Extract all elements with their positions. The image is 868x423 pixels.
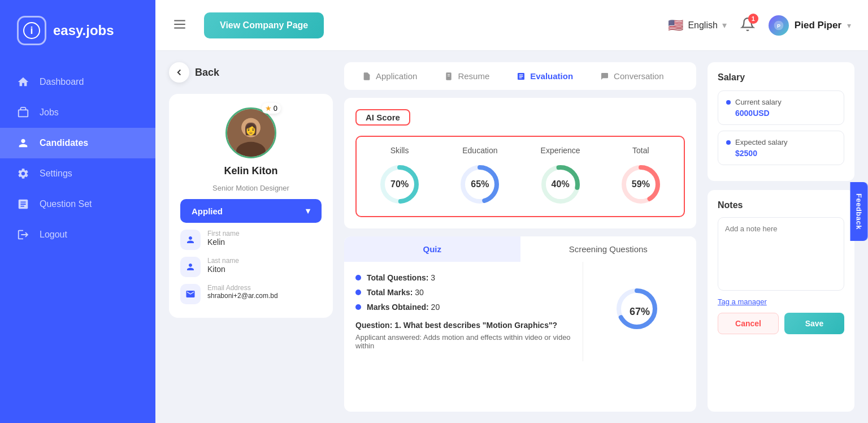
- marks-obtained-item: Marks Obtained: 20: [355, 303, 571, 312]
- sidebar-label-question-set: Question Set: [40, 199, 92, 209]
- screening-tab[interactable]: Screening Questions: [520, 236, 697, 262]
- status-label: Applied: [192, 206, 223, 216]
- quiz-score-donut: 67%: [614, 286, 665, 337]
- sidebar-item-settings[interactable]: Settings: [0, 158, 155, 189]
- notes-textarea[interactable]: [718, 217, 844, 291]
- quiz-tab[interactable]: Quiz: [344, 236, 520, 262]
- total-label: Total: [632, 146, 649, 155]
- quiz-stats: Total Questions: 3 Total Marks: 30: [355, 273, 571, 312]
- total-donut: 59%: [618, 162, 663, 207]
- hamburger-menu[interactable]: [172, 17, 187, 34]
- quiz-screening-tabs: Quiz Screening Questions: [344, 236, 696, 262]
- company-name: Pied Piper: [795, 20, 841, 31]
- bullet-dot-2: [355, 290, 361, 295]
- sidebar-item-dashboard[interactable]: Dashboard: [0, 67, 155, 97]
- star-count: 0: [274, 104, 277, 113]
- ai-score-title: AI Score: [355, 109, 410, 126]
- feedback-tab[interactable]: Feedback: [850, 182, 868, 241]
- save-button[interactable]: Save: [784, 313, 844, 334]
- quiz-content: Total Questions: 3 Total Marks: 30: [344, 262, 696, 361]
- sidebar-item-question-set[interactable]: Question Set: [0, 189, 155, 219]
- current-salary-dot: [726, 100, 731, 105]
- person-icon-2: [180, 257, 201, 277]
- first-name-value: Kelin: [207, 238, 240, 247]
- avatar-wrapper: 👩 ★ 0: [225, 107, 276, 158]
- current-salary-value: 6000USD: [735, 109, 836, 118]
- total-questions-text: Total Questions: 3: [367, 273, 435, 282]
- sidebar-item-candidates[interactable]: Candidates: [0, 128, 155, 158]
- status-chevron-icon: ▾: [306, 206, 310, 216]
- cancel-button[interactable]: Cancel: [718, 313, 779, 334]
- sidebar-label-logout: Logout: [40, 230, 67, 240]
- sidebar-nav: Dashboard Jobs Candidates Settings Quest…: [0, 67, 155, 250]
- app-name: easy.jobs: [53, 23, 114, 38]
- notification-bell[interactable]: 1: [740, 17, 755, 34]
- quiz-score-text: 67%: [630, 306, 650, 318]
- lang-chevron-icon: ▾: [722, 20, 727, 31]
- svg-rect-12: [446, 72, 452, 80]
- notes-card: Notes Tag a manager Cancel Save: [708, 190, 854, 412]
- sidebar-item-logout[interactable]: Logout: [0, 219, 155, 250]
- right-panel: Salary Current salary 6000USD Expected s…: [708, 62, 854, 412]
- email-value: shraboni+2@ar.com.bd: [207, 292, 278, 300]
- avatar: 👩: [225, 107, 276, 158]
- education-value: 65%: [471, 179, 489, 189]
- tab-conversation-label: Conversation: [614, 71, 663, 81]
- view-company-button[interactable]: View Company Page: [204, 12, 324, 38]
- education-label: Education: [462, 146, 497, 155]
- salary-title: Salary: [718, 72, 844, 83]
- notes-title: Notes: [718, 200, 844, 210]
- topbar: View Company Page 🇺🇸 English ▾ 1 P Pied …: [155, 0, 868, 51]
- language-selector[interactable]: 🇺🇸 English ▾: [668, 18, 726, 33]
- sidebar-label-settings: Settings: [40, 169, 72, 179]
- current-salary-item: Current salary 6000USD: [718, 90, 844, 125]
- candidate-name: Kelin Kiton: [224, 165, 278, 177]
- last-name-label: Last name: [207, 257, 239, 265]
- bullet-dot-3: [355, 304, 361, 310]
- tab-application-label: Application: [376, 71, 417, 81]
- current-salary-label: Current salary: [726, 98, 836, 106]
- language-label: English: [688, 20, 717, 31]
- tab-evaluation-label: Evaluation: [530, 71, 573, 81]
- star-icon: ★: [265, 104, 272, 113]
- info-last-name: Last name Kiton: [180, 257, 322, 277]
- total-value: 59%: [632, 179, 650, 189]
- middle-panel: Application Resume Evaluation Conversati…: [344, 62, 696, 412]
- flag-icon: 🇺🇸: [668, 18, 683, 33]
- expected-salary-dot: [726, 140, 731, 145]
- expected-salary-label: Expected salary: [726, 138, 836, 146]
- sidebar-label-dashboard: Dashboard: [40, 77, 84, 87]
- sidebar: i easy.jobs Dashboard Jobs Candidates Se…: [0, 0, 155, 423]
- ai-score-card: AI Score Skills 70%: [344, 98, 696, 228]
- sidebar-label-jobs: Jobs: [40, 107, 59, 118]
- svg-text:i: i: [30, 25, 33, 36]
- back-arrow-icon: [169, 62, 189, 83]
- experience-value: 40%: [552, 179, 570, 189]
- skills-donut: 70%: [377, 162, 422, 207]
- education-donut: 65%: [457, 162, 502, 207]
- info-list: First name Kelin Last name Kiton: [180, 230, 322, 304]
- candidate-card: 👩 ★ 0 Kelin Kiton Senior Motion Designer…: [169, 94, 333, 318]
- tab-application[interactable]: Application: [350, 66, 429, 87]
- notes-actions: Cancel Save: [718, 313, 844, 334]
- quiz-screening-card: Quiz Screening Questions Total Questions…: [344, 236, 696, 412]
- tab-evaluation[interactable]: Evaluation: [504, 66, 585, 87]
- status-dropdown[interactable]: Applied ▾: [180, 199, 322, 223]
- expected-salary-item: Expected salary $2500: [718, 131, 844, 165]
- candidate-title: Senior Motion Designer: [212, 184, 289, 192]
- tab-resume-label: Resume: [458, 71, 489, 81]
- total-marks-text: Total Marks: 30: [367, 288, 424, 297]
- topbar-right: 🇺🇸 English ▾ 1 P Pied Piper ▾: [668, 15, 851, 36]
- quiz-right: 67%: [583, 262, 696, 361]
- tag-manager-link[interactable]: Tag a manager: [718, 297, 844, 306]
- info-email: Email Address shraboni+2@ar.com.bd: [180, 284, 322, 304]
- question-section: Question: 1. What best describes "Motion…: [355, 321, 571, 350]
- back-button[interactable]: Back: [169, 62, 333, 83]
- company-selector[interactable]: P Pied Piper ▾: [769, 15, 851, 36]
- tab-conversation[interactable]: Conversation: [588, 66, 676, 87]
- sidebar-item-jobs[interactable]: Jobs: [0, 97, 155, 128]
- tab-resume[interactable]: Resume: [432, 66, 502, 87]
- experience-label: Experience: [541, 146, 580, 155]
- question-text: Question: 1. What best describes "Motion…: [355, 321, 571, 330]
- person-icon: [180, 230, 201, 250]
